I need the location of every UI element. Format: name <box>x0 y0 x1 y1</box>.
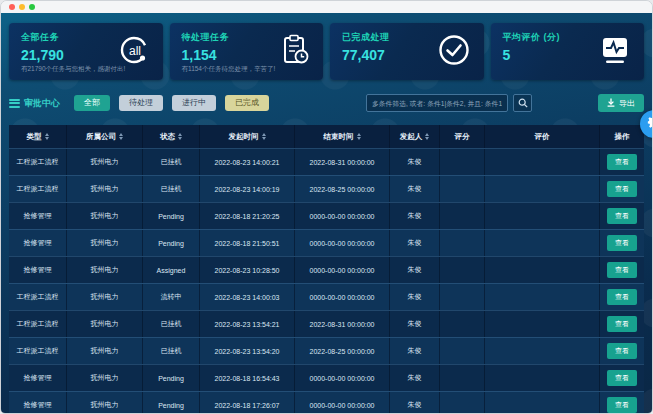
toolbar: 审批中心 全部 待处理 进行中 已完成 <box>9 93 644 113</box>
cell-score <box>440 365 485 391</box>
filter-all-button[interactable]: 全部 <box>74 95 110 111</box>
download-icon <box>607 98 615 109</box>
cell-score <box>440 392 485 413</box>
column-header-end-time[interactable]: 结束时间 <box>295 125 390 148</box>
table-row: 工程派工流程 抚州电力 已挂机 2022-08-23 14:00:21 2022… <box>9 148 644 175</box>
filter-pending-button[interactable]: 待处理 <box>119 95 163 111</box>
cell-start-time: 2022-08-18 16:54:43 <box>200 365 295 391</box>
column-header-initiator[interactable]: 发起人 <box>390 125 440 148</box>
view-button[interactable]: 查看 <box>607 370 637 386</box>
search-icon <box>518 96 528 111</box>
cell-status: 已挂机 <box>143 311 200 337</box>
cell-evaluation <box>485 311 600 337</box>
cell-score <box>440 149 485 175</box>
maximize-window-dot[interactable] <box>29 4 35 10</box>
cell-actions: 查看 <box>600 257 644 283</box>
sort-icon[interactable] <box>45 133 49 140</box>
cell-initiator: 朱俊 <box>390 284 440 310</box>
table-row: 工程派工流程 抚州电力 已挂机 2022-08-23 13:54:21 2022… <box>9 310 644 337</box>
view-button[interactable]: 查看 <box>607 262 637 278</box>
cell-start-time: 2022-08-23 14:00:03 <box>200 284 295 310</box>
cell-start-time: 2022-08-18 21:50:51 <box>200 230 295 256</box>
cell-score <box>440 230 485 256</box>
cell-status: Pending <box>143 392 200 413</box>
cell-evaluation <box>485 365 600 391</box>
cell-initiator: 朱俊 <box>390 176 440 202</box>
cell-type: 抢修管理 <box>9 203 67 229</box>
cell-score <box>440 203 485 229</box>
column-header-type[interactable]: 类型 <box>9 125 67 148</box>
search-input[interactable] <box>366 94 508 112</box>
column-header-start-time[interactable]: 发起时间 <box>200 125 295 148</box>
cell-initiator: 朱俊 <box>390 203 440 229</box>
cell-score <box>440 257 485 283</box>
sort-icon[interactable] <box>262 133 266 140</box>
close-window-dot[interactable] <box>9 4 15 10</box>
cell-type: 工程派工流程 <box>9 176 67 202</box>
cell-evaluation <box>485 338 600 364</box>
view-button[interactable]: 查看 <box>607 181 637 197</box>
cell-status: Pending <box>143 365 200 391</box>
cell-type: 工程派工流程 <box>9 338 67 364</box>
monitor-pulse-icon <box>598 33 632 71</box>
cell-initiator: 朱俊 <box>390 365 440 391</box>
view-button[interactable]: 查看 <box>607 289 637 305</box>
minimize-window-dot[interactable] <box>19 4 25 10</box>
cell-actions: 查看 <box>600 176 644 202</box>
cell-actions: 查看 <box>600 203 644 229</box>
filter-inprogress-button[interactable]: 进行中 <box>172 95 216 111</box>
column-header-evaluation: 评价 <box>485 125 600 148</box>
cell-evaluation <box>485 392 600 413</box>
table-row: 抢修管理 抚州电力 Pending 2022-08-18 16:54:43 00… <box>9 364 644 391</box>
window-titlebar <box>1 1 652 13</box>
cell-end-time: 2022-08-25 00:00:00 <box>295 338 390 364</box>
cell-actions: 查看 <box>600 149 644 175</box>
cell-actions: 查看 <box>600 365 644 391</box>
table-row: 工程派工流程 抚州电力 已挂机 2022-08-23 13:54:20 2022… <box>9 337 644 364</box>
cell-company: 抚州电力 <box>67 365 143 391</box>
table-row: 抢修管理 抚州电力 Assigned 2022-08-23 10:28:50 0… <box>9 256 644 283</box>
cell-company: 抚州电力 <box>67 230 143 256</box>
cell-company: 抚州电力 <box>67 149 143 175</box>
cell-start-time: 2022-08-23 13:54:20 <box>200 338 295 364</box>
table-row: 抢修管理 抚州电力 Pending 2022-08-18 21:20:25 00… <box>9 202 644 229</box>
sort-icon[interactable] <box>119 133 123 140</box>
view-button[interactable]: 查看 <box>607 154 637 170</box>
cell-start-time: 2022-08-23 14:00:19 <box>200 176 295 202</box>
filter-buttons: 全部 待处理 进行中 已完成 <box>74 95 269 111</box>
cell-type: 工程派工流程 <box>9 149 67 175</box>
cell-end-time: 2022-08-31 00:00:00 <box>295 149 390 175</box>
sort-icon[interactable] <box>425 133 429 140</box>
view-button[interactable]: 查看 <box>607 397 637 413</box>
table-header: 类型 所属公司 状态 发起时间 结束时间 发起人 评分 评价 操作 <box>9 125 644 148</box>
gear-icon <box>647 115 653 133</box>
table-row: 抢修管理 抚州电力 Pending 2022-08-18 17:26:07 00… <box>9 391 644 413</box>
search-button[interactable] <box>513 94 532 112</box>
cell-evaluation <box>485 257 600 283</box>
column-header-company[interactable]: 所属公司 <box>67 125 143 148</box>
view-button[interactable]: 查看 <box>607 343 637 359</box>
cell-status: Assigned <box>143 257 200 283</box>
sort-icon[interactable] <box>178 133 182 140</box>
search-area <box>366 94 532 112</box>
export-button[interactable]: 导出 <box>598 94 644 112</box>
table-row: 工程派工流程 抚州电力 流转中 2022-08-23 14:00:03 0000… <box>9 283 644 310</box>
cell-actions: 查看 <box>600 311 644 337</box>
view-button[interactable]: 查看 <box>607 316 637 332</box>
cell-start-time: 2022-08-18 17:26:07 <box>200 392 295 413</box>
cell-end-time: 0000-00-00 00:00:00 <box>295 203 390 229</box>
cell-type: 工程派工流程 <box>9 311 67 337</box>
dashboard-content: 全部任务 21,790 有21790个任务与您相关，感谢付出! all 待处理任… <box>1 13 652 413</box>
cell-type: 抢修管理 <box>9 365 67 391</box>
sort-icon[interactable] <box>357 133 361 140</box>
cell-initiator: 朱俊 <box>390 257 440 283</box>
cell-actions: 查看 <box>600 284 644 310</box>
column-header-status[interactable]: 状态 <box>143 125 200 148</box>
card-pending-tasks: 待处理任务 1,154 有1154个任务待您处理，辛苦了! <box>170 23 324 80</box>
cell-actions: 查看 <box>600 338 644 364</box>
view-button[interactable]: 查看 <box>607 235 637 251</box>
stat-cards-row: 全部任务 21,790 有21790个任务与您相关，感谢付出! all 待处理任… <box>9 23 644 80</box>
view-button[interactable]: 查看 <box>607 208 637 224</box>
filter-completed-button[interactable]: 已完成 <box>225 95 269 111</box>
cell-evaluation <box>485 176 600 202</box>
